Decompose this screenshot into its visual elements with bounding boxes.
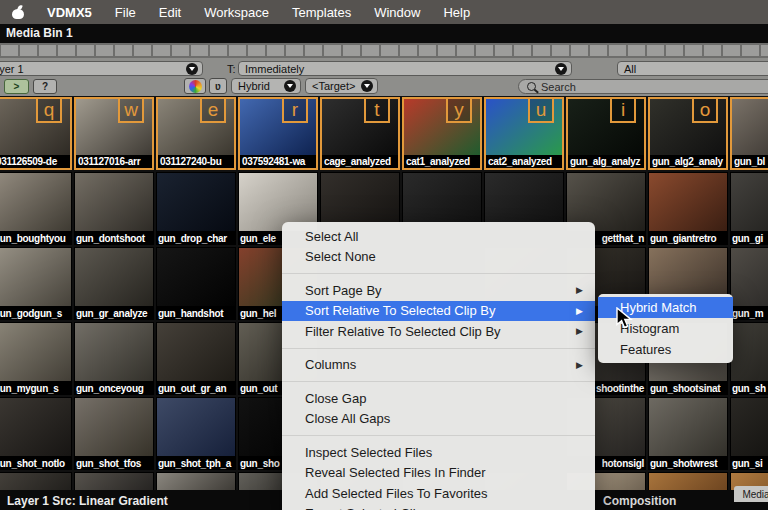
clip-hotkey-letter: y (446, 97, 472, 123)
menu-item-close-all-gaps[interactable]: Close All Gaps (282, 409, 595, 430)
menu-item-label: Close Gap (305, 391, 366, 406)
clip-filename: gun_godgun_s (0, 307, 72, 320)
menu-item-select-none[interactable]: Select None (282, 247, 595, 268)
menu-workspace[interactable]: Workspace (204, 5, 269, 20)
j-toggle-button[interactable]: ʋ (209, 78, 227, 94)
menu-separator (282, 381, 595, 382)
menu-templates[interactable]: Templates (292, 5, 351, 20)
media-clip[interactable]: 037592481-war (238, 97, 318, 170)
menu-item-sort-relative-to-selected-clip-by[interactable]: Sort Relative To Selected Clip By▶ (282, 301, 595, 322)
menu-item-label: Export Selected Clips (305, 506, 429, 510)
media-clip[interactable]: gun_drop_char (156, 172, 236, 245)
media-clip[interactable]: gun_shot_tph_a (156, 397, 236, 470)
media-clip[interactable]: gun_giantretro (648, 172, 728, 245)
clip-filename: gun_alg2_analy (650, 155, 726, 168)
chevron-down-icon[interactable] (361, 80, 373, 92)
menu-item-export-selected-clips[interactable]: Export Selected Clips (282, 504, 595, 510)
target-select[interactable]: <Target> (305, 78, 378, 94)
menu-item-columns[interactable]: Columns▶ (282, 355, 595, 376)
menu-item-inspect-selected-files[interactable]: Inspect Selected Files (282, 442, 595, 463)
clip-filename: gun_mygun_s (0, 382, 72, 395)
media-clip[interactable]: gun_godgun_s (0, 247, 72, 320)
media-clip[interactable]: gun_shotwrest (648, 397, 728, 470)
clip-thumbnail (75, 173, 153, 231)
media-clip[interactable]: gun_shot_tfos (74, 397, 154, 470)
chevron-down-icon[interactable] (284, 80, 296, 92)
media-clip[interactable]: gun_bl (730, 97, 768, 170)
media-clip[interactable] (0, 472, 72, 490)
menu-edit[interactable]: Edit (159, 5, 181, 20)
media-clip[interactable]: 031127016-arrw (74, 97, 154, 170)
clip-filename: gun_shot_tfos (74, 457, 154, 470)
chevron-down-icon[interactable] (555, 63, 567, 75)
clip-filename: 031127016-arr (76, 155, 152, 168)
clip-filename: cat1_analyzed (404, 155, 480, 168)
media-clip[interactable]: gun_mygun_s (0, 322, 72, 395)
menu-item-label: Features (620, 342, 671, 357)
menu-item-reveal-selected-files-in-finder[interactable]: Reveal Selected Files In Finder (282, 463, 595, 484)
clip-thumbnail (649, 173, 727, 231)
clip-filename: gun_handshot (156, 307, 236, 320)
media-clip[interactable]: gun_out_gr_an (156, 322, 236, 395)
media-clip[interactable]: gun_alg2_analyo (648, 97, 728, 170)
media-clip[interactable] (74, 472, 154, 490)
clip-thumbnail (157, 473, 235, 490)
trigger-label: T: (227, 63, 236, 75)
layer-select[interactable]: Layer 1 (0, 61, 203, 76)
hybrid-mode-select[interactable]: Hybrid (231, 78, 301, 94)
trigger-mode-select[interactable]: Immediately (238, 61, 572, 76)
clip-thumbnail (731, 173, 768, 231)
media-clip[interactable] (156, 472, 236, 490)
submenu-arrow-icon: ▶ (576, 285, 583, 295)
media-clip[interactable]: gun_gi (730, 172, 768, 245)
filter-all-select[interactable]: All (617, 61, 768, 76)
media-clip[interactable]: 031127240-bue (156, 97, 236, 170)
help-button[interactable]: ? (33, 79, 57, 94)
menu-item-sort-page-by[interactable]: Sort Page By▶ (282, 280, 595, 301)
menu-file[interactable]: File (115, 5, 136, 20)
media-clip[interactable]: gun_gr_analyze (74, 247, 154, 320)
media-clip[interactable]: gun_handshot (156, 247, 236, 320)
clip-slot-strip[interactable] (0, 43, 768, 58)
clip-thumbnail (0, 473, 71, 490)
color-sphere-button[interactable] (184, 78, 206, 94)
media-clip[interactable]: 031126509-deq (0, 97, 72, 170)
media-clip[interactable]: gun_si (730, 397, 768, 470)
search-input[interactable]: Search (518, 79, 768, 94)
clip-filename: 031127240-bu (158, 155, 234, 168)
clip-thumbnail (732, 99, 768, 156)
clip-thumbnail (0, 398, 71, 456)
menu-item-label: Select All (305, 229, 358, 244)
clip-filename: gun_m (730, 307, 768, 320)
clip-filename: gun_giantretro (648, 232, 728, 245)
media-clip[interactable]: gun_shot_notlo (0, 397, 72, 470)
play-button[interactable]: > (4, 79, 29, 94)
apple-icon[interactable] (12, 5, 24, 20)
media-clip[interactable]: cage_analyzedt (320, 97, 400, 170)
menu-separator (282, 348, 595, 349)
media-clip[interactable]: gun_boughtyou (0, 172, 72, 245)
media-clip[interactable]: cat1_analyzedy (402, 97, 482, 170)
media-clip[interactable]: gun_alg_analyzi (566, 97, 646, 170)
clip-filename: gun_sh (730, 382, 768, 395)
submenu-item-features[interactable]: Features (598, 339, 733, 360)
menu-item-filter-relative-to-selected-clip-by[interactable]: Filter Relative To Selected Clip By▶ (282, 321, 595, 342)
app-menu-vdmx5[interactable]: VDMX5 (47, 5, 92, 20)
media-clip[interactable]: cat2_analyzedu (484, 97, 564, 170)
menu-help[interactable]: Help (443, 5, 470, 20)
media-clip[interactable]: gun_m (730, 247, 768, 320)
menu-item-select-all[interactable]: Select All (282, 226, 595, 247)
menu-item-add-selected-files-to-favorites[interactable]: Add Selected Files To Favorites (282, 483, 595, 504)
menu-item-close-gap[interactable]: Close Gap (282, 388, 595, 409)
media-tab[interactable]: Media (734, 486, 768, 502)
media-clip[interactable]: gun_sh (730, 322, 768, 395)
media-clip[interactable]: gun_dontshoot (74, 172, 154, 245)
media-clip[interactable] (648, 472, 728, 490)
menu-window[interactable]: Window (374, 5, 420, 20)
clip-thumbnail (649, 398, 727, 456)
chevron-down-icon[interactable] (186, 63, 198, 75)
clip-hotkey-letter: o (692, 97, 718, 123)
media-clip[interactable]: gun_onceyoug (74, 322, 154, 395)
clip-thumbnail (75, 473, 153, 490)
clip-filename: gun_gr_analyze (74, 307, 154, 320)
